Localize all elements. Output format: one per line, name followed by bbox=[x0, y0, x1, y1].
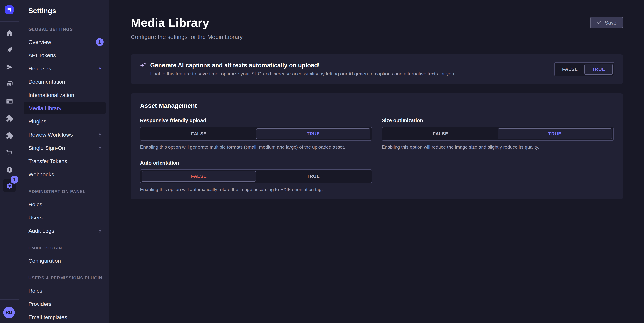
app-icon-rail: 1 RD bbox=[0, 0, 19, 323]
size-optimization-toggle[interactable]: FALSE TRUE bbox=[382, 127, 614, 141]
sidebar-item-audit-logs[interactable]: Audit Logs bbox=[24, 224, 106, 236]
field-auto-orientation: Auto orientation FALSE TRUE Enabling thi… bbox=[140, 160, 372, 192]
info-icon[interactable] bbox=[3, 164, 16, 176]
banner-text: Generate AI captions and alt texts autom… bbox=[150, 62, 456, 77]
ai-captions-toggle[interactable]: FALSE TRUE bbox=[554, 62, 614, 76]
settings-sidenav: Settings GLOBAL SETTINGS Overview 1 API … bbox=[19, 0, 109, 323]
toggle-option-false[interactable]: FALSE bbox=[142, 171, 256, 182]
ai-captions-banner: Generate AI captions and alt texts autom… bbox=[131, 54, 623, 84]
section-label: USERS & PERMISSIONS PLUGIN bbox=[19, 275, 108, 280]
sidebar-item-configuration[interactable]: Configuration bbox=[24, 254, 106, 266]
sidebar-item-plugins[interactable]: Plugins bbox=[24, 115, 106, 127]
toggle-option-true[interactable]: TRUE bbox=[256, 128, 370, 139]
paper-plane-icon[interactable] bbox=[3, 61, 16, 73]
save-button-label: Save bbox=[605, 20, 616, 26]
marketplace-cart-icon[interactable] bbox=[3, 146, 16, 159]
sidebar-item-internationalization[interactable]: Internationalization bbox=[24, 89, 106, 101]
puzzle-icon[interactable] bbox=[3, 112, 16, 124]
settings-notification-badge: 1 bbox=[10, 176, 18, 184]
banner-title: Generate AI captions and alt texts autom… bbox=[150, 62, 456, 69]
page-header-text: Media Library Configure the settings for… bbox=[131, 16, 242, 40]
sidebar-item-releases[interactable]: Releases bbox=[24, 62, 106, 74]
toggle-option-true[interactable]: TRUE bbox=[256, 171, 370, 182]
field-label: Responsive friendly upload bbox=[140, 118, 372, 124]
toggle-option-true[interactable]: TRUE bbox=[584, 64, 613, 75]
page-header: Media Library Configure the settings for… bbox=[131, 16, 623, 40]
rail-divider bbox=[0, 299, 19, 300]
sidebar-item-admin-roles[interactable]: Roles bbox=[24, 198, 106, 210]
main-content: Media Library Configure the settings for… bbox=[109, 0, 644, 323]
toggle-option-false[interactable]: FALSE bbox=[556, 64, 584, 75]
sidebar-item-webhooks[interactable]: Webhooks bbox=[24, 168, 106, 180]
sidebar-item-users[interactable]: Users bbox=[24, 211, 106, 224]
empty-grid-cell bbox=[382, 160, 614, 192]
sidebar-item-transfer-tokens[interactable]: Transfer Tokens bbox=[24, 155, 106, 167]
notification-badge: 1 bbox=[96, 38, 104, 46]
section-label: EMAIL PLUGIN bbox=[19, 245, 108, 250]
field-hint: Enabling this option will reduce the ima… bbox=[382, 144, 614, 150]
banner-content: Generate AI captions and alt texts autom… bbox=[139, 62, 456, 77]
feather-icon[interactable] bbox=[3, 44, 16, 56]
check-icon bbox=[597, 20, 602, 25]
fields-grid: Responsive friendly upload FALSE TRUE En… bbox=[140, 118, 614, 192]
toggle-option-false[interactable]: FALSE bbox=[142, 128, 256, 139]
sidenav-title: Settings bbox=[19, 0, 108, 16]
toggle-option-false[interactable]: FALSE bbox=[383, 128, 498, 139]
sidebar-item-review-workflows[interactable]: Review Workflows bbox=[24, 128, 106, 140]
sidebar-item-providers[interactable]: Providers bbox=[24, 298, 106, 310]
nav-section-administration-panel: ADMINISTRATION PANEL Roles Users Audit L… bbox=[19, 189, 108, 236]
strapi-logo[interactable] bbox=[5, 6, 14, 14]
save-button[interactable]: Save bbox=[590, 17, 623, 28]
nav-section-global-settings: GLOBAL SETTINGS Overview 1 API Tokens Re… bbox=[19, 26, 108, 180]
field-label: Auto orientation bbox=[140, 160, 372, 166]
lightning-bolt-icon bbox=[98, 66, 103, 71]
page-subtitle: Configure the settings for the Media Lib… bbox=[131, 34, 242, 40]
asset-management-panel: Asset Management Responsive friendly upl… bbox=[131, 94, 623, 199]
field-size-optimization: Size optimization FALSE TRUE Enabling th… bbox=[382, 118, 614, 150]
sparkles-icon bbox=[139, 62, 146, 69]
sidebar-item-overview[interactable]: Overview 1 bbox=[24, 36, 106, 48]
section-label: ADMINISTRATION PANEL bbox=[19, 189, 108, 194]
panel-title: Asset Management bbox=[140, 102, 614, 110]
user-avatar[interactable]: RD bbox=[3, 307, 15, 318]
nav-section-email-plugin: EMAIL PLUGIN Configuration bbox=[19, 245, 108, 266]
field-label: Size optimization bbox=[382, 118, 614, 124]
media-library-icon[interactable] bbox=[3, 78, 16, 90]
content-layout-icon[interactable] bbox=[3, 95, 16, 108]
home-icon[interactable] bbox=[3, 26, 16, 39]
auto-orientation-toggle[interactable]: FALSE TRUE bbox=[140, 169, 372, 183]
field-hint: Enabling this option will generate multi… bbox=[140, 144, 372, 150]
rail-divider bbox=[0, 22, 19, 22]
sidebar-item-up-roles[interactable]: Roles bbox=[24, 284, 106, 296]
lightning-bolt-icon bbox=[98, 228, 103, 233]
puzzle-icon[interactable] bbox=[3, 129, 16, 142]
lightning-bolt-icon bbox=[98, 145, 103, 150]
sidebar-item-media-library[interactable]: Media Library bbox=[24, 102, 106, 114]
lightning-bolt-icon bbox=[98, 132, 103, 137]
field-hint: Enabling this option will automatically … bbox=[140, 187, 372, 192]
strapi-admin-app: 1 RD Settings GLOBAL SETTINGS Overview 1… bbox=[0, 0, 644, 323]
nav-section-users-permissions-plugin: USERS & PERMISSIONS PLUGIN Roles Provide… bbox=[19, 275, 108, 323]
sidebar-item-email-templates[interactable]: Email templates bbox=[24, 311, 106, 323]
section-label: GLOBAL SETTINGS bbox=[19, 26, 108, 32]
field-responsive-friendly-upload: Responsive friendly upload FALSE TRUE En… bbox=[140, 118, 372, 150]
sidebar-item-single-sign-on[interactable]: Single Sign-On bbox=[24, 142, 106, 154]
responsive-friendly-upload-toggle[interactable]: FALSE TRUE bbox=[140, 127, 372, 141]
sidebar-item-documentation[interactable]: Documentation bbox=[24, 76, 106, 88]
toggle-option-true[interactable]: TRUE bbox=[498, 128, 612, 139]
page-title: Media Library bbox=[131, 16, 242, 30]
banner-subtitle: Enable this feature to save time, optimi… bbox=[150, 71, 456, 77]
sidebar-item-api-tokens[interactable]: API Tokens bbox=[24, 49, 106, 61]
